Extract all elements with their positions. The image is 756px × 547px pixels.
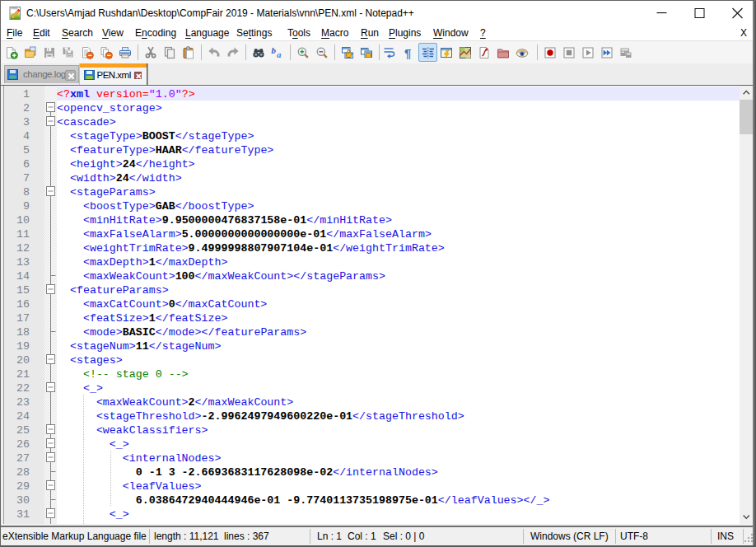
svg-text:¶: ¶ — [404, 46, 411, 59]
svg-text:a: a — [277, 49, 282, 59]
svg-text:b: b — [272, 46, 277, 55]
